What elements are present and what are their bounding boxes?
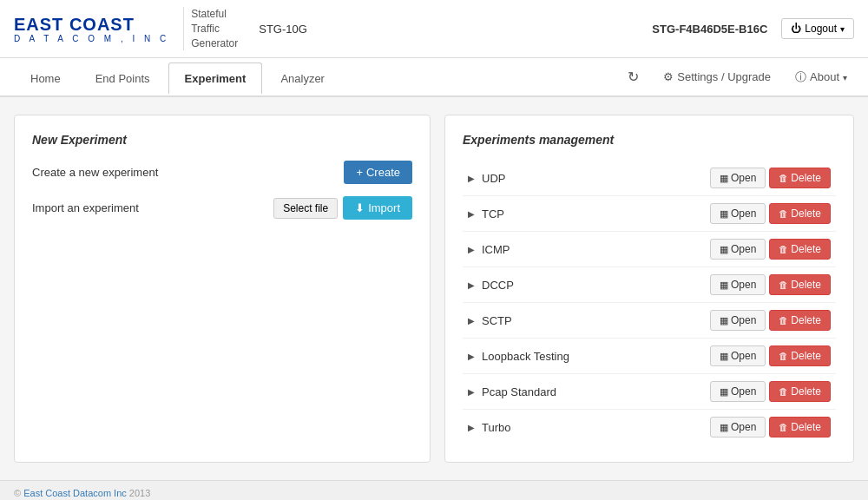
exp-actions: Open Delete: [710, 381, 831, 402]
navbar: Home End Points Experiment Analyzer Sett…: [0, 58, 868, 97]
open-button-sctp[interactable]: Open: [710, 310, 766, 331]
open-button-udp[interactable]: Open: [710, 168, 766, 188]
exp-name: DCCP: [482, 279, 710, 292]
import-button[interactable]: Import: [343, 196, 412, 220]
tab-analyzer[interactable]: Analyzer: [264, 62, 341, 94]
exp-name: Pcap Standard: [482, 385, 710, 398]
delete-button-tcp[interactable]: Delete: [769, 203, 831, 224]
footer-company-link[interactable]: East Coast Datacom Inc: [23, 488, 127, 498]
exp-name: SCTP: [482, 314, 710, 327]
main-content: New Experiment Create a new experiment C…: [0, 97, 868, 480]
exp-row-tcp: TCP Open Delete: [463, 196, 836, 232]
create-button[interactable]: Create: [344, 161, 412, 184]
exp-actions: Open Delete: [710, 345, 831, 366]
gear-icon: [663, 70, 674, 83]
logo-bottom: D A T A C O M , I N C: [14, 34, 169, 43]
tab-endpoints[interactable]: End Points: [79, 62, 167, 94]
exp-actions: Open Delete: [710, 203, 831, 224]
exp-row-sctp: SCTP Open Delete: [463, 303, 836, 339]
chevron-icon: [468, 172, 475, 184]
chevron-icon: [468, 350, 475, 362]
exp-actions: Open Delete: [710, 274, 831, 295]
exp-name: ICMP: [482, 243, 710, 256]
footer-year: 2013: [127, 488, 151, 498]
chevron-icon: [468, 243, 475, 255]
plus-icon: [356, 166, 363, 179]
exp-actions: Open Delete: [710, 168, 831, 188]
delete-button-pcap[interactable]: Delete: [769, 381, 831, 402]
delete-button-turbo[interactable]: Delete: [769, 417, 831, 438]
exp-row-turbo: Turbo Open Delete: [463, 410, 836, 444]
grid-icon: [720, 207, 728, 220]
trash-icon: [779, 350, 788, 362]
open-button-turbo[interactable]: Open: [710, 417, 766, 438]
delete-button-sctp[interactable]: Delete: [769, 310, 831, 331]
experiments-panel: Experiments management UDP Open Delete: [444, 115, 854, 463]
tab-experiment[interactable]: Experiment: [168, 62, 263, 94]
settings-button[interactable]: Settings / Upgrade: [656, 67, 778, 87]
exp-name: UDP: [482, 172, 710, 185]
header: EAST COAST D A T A C O M , I N C Statefu…: [0, 0, 868, 58]
product-line1: Stateful: [191, 7, 238, 22]
new-experiment-panel: New Experiment Create a new experiment C…: [14, 115, 431, 463]
exp-row-icmp: ICMP Open Delete: [463, 232, 836, 267]
product-info: Stateful Traffic Generator: [183, 7, 238, 50]
header-left: EAST COAST D A T A C O M , I N C Statefu…: [14, 7, 307, 50]
trash-icon: [779, 279, 788, 291]
chevron-icon: [468, 314, 475, 326]
exp-name: Turbo: [482, 421, 710, 434]
header-right: STG-F4B46D5E-B16C Logout: [652, 18, 854, 39]
exp-row-loopback: Loopback Testing Open Delete: [463, 339, 836, 374]
grid-icon: [720, 243, 728, 255]
open-button-loopback[interactable]: Open: [710, 345, 766, 366]
grid-icon: [720, 421, 728, 433]
exp-row-udp: UDP Open Delete: [463, 161, 836, 196]
info-icon: [795, 69, 806, 85]
product-line3: Generator: [191, 36, 238, 51]
grid-icon: [720, 350, 728, 362]
import-controls: Select file Import: [273, 196, 412, 220]
tab-home[interactable]: Home: [14, 62, 77, 94]
footer-copyright: ©: [14, 488, 23, 498]
delete-button-icmp[interactable]: Delete: [769, 239, 831, 260]
download-icon: [355, 201, 365, 214]
grid-icon: [720, 385, 728, 398]
grid-icon: [720, 172, 728, 184]
refresh-button[interactable]: [621, 65, 646, 89]
about-caret: [843, 70, 847, 83]
logout-button[interactable]: Logout: [781, 18, 854, 39]
import-label: Import an experiment: [32, 201, 139, 214]
exp-name: Loopback Testing: [482, 350, 710, 363]
exp-actions: Open Delete: [710, 310, 831, 331]
open-button-dccp[interactable]: Open: [710, 274, 766, 295]
create-row: Create a new experiment Create: [32, 161, 412, 184]
exp-row-dccp: DCCP Open Delete: [463, 267, 836, 303]
device-id: STG-F4B46D5E-B16C: [652, 23, 767, 36]
open-button-tcp[interactable]: Open: [710, 203, 766, 224]
open-button-icmp[interactable]: Open: [710, 239, 766, 260]
chevron-icon: [468, 421, 475, 433]
create-label: Create a new experiment: [32, 166, 158, 179]
experiments-title: Experiments management: [463, 133, 836, 147]
about-button[interactable]: About: [788, 66, 854, 89]
trash-icon: [779, 421, 788, 433]
chevron-icon: [468, 207, 475, 220]
logout-caret: [840, 23, 845, 35]
refresh-icon: [628, 69, 639, 85]
grid-icon: [720, 314, 728, 326]
delete-button-loopback[interactable]: Delete: [769, 345, 831, 366]
select-file-button[interactable]: Select file: [273, 198, 338, 219]
chevron-icon: [468, 279, 475, 291]
trash-icon: [779, 243, 788, 255]
grid-icon: [720, 279, 728, 291]
delete-button-udp[interactable]: Delete: [769, 168, 831, 188]
stg-model: STG-10G: [259, 23, 307, 36]
chevron-icon: [468, 385, 475, 398]
delete-button-dccp[interactable]: Delete: [769, 274, 831, 295]
open-button-pcap[interactable]: Open: [710, 381, 766, 402]
power-icon: [791, 23, 801, 35]
trash-icon: [779, 207, 788, 220]
trash-icon: [779, 385, 788, 398]
logo: EAST COAST D A T A C O M , I N C: [14, 15, 169, 43]
exp-actions: Open Delete: [710, 417, 831, 438]
